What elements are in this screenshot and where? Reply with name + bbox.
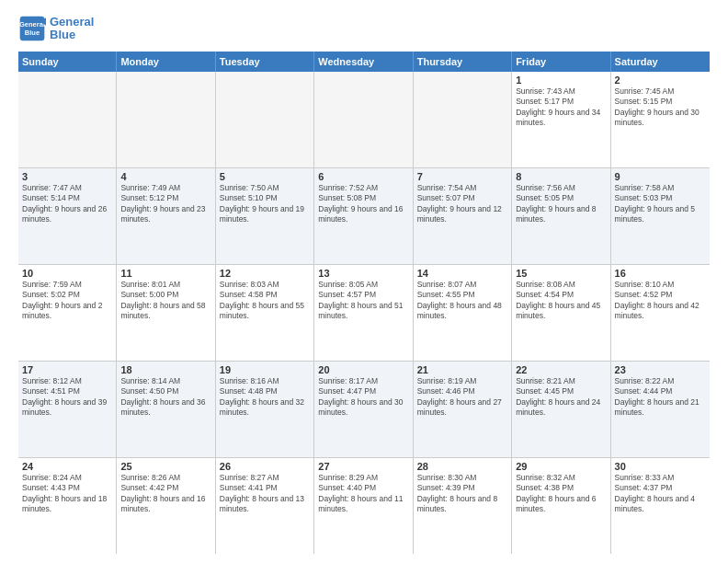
day-info: Sunrise: 8:33 AM Sunset: 4:37 PM Dayligh… xyxy=(615,473,706,515)
calendar-row-1: 1Sunrise: 7:43 AM Sunset: 5:17 PM Daylig… xyxy=(18,72,710,168)
logo-text: General Blue xyxy=(50,16,94,42)
day-info: Sunrise: 8:24 AM Sunset: 4:43 PM Dayligh… xyxy=(22,473,112,515)
day-cell-2: 2Sunrise: 7:45 AM Sunset: 5:15 PM Daylig… xyxy=(611,72,710,167)
calendar-row-3: 10Sunrise: 7:59 AM Sunset: 5:02 PM Dayli… xyxy=(18,265,710,362)
day-cell-10: 10Sunrise: 7:59 AM Sunset: 5:02 PM Dayli… xyxy=(18,265,117,361)
header-day-friday: Friday xyxy=(512,52,610,72)
day-number: 10 xyxy=(22,268,112,279)
day-number: 15 xyxy=(516,268,606,279)
day-cell-18: 18Sunrise: 8:14 AM Sunset: 4:50 PM Dayli… xyxy=(117,362,215,457)
day-cell-29: 29Sunrise: 8:32 AM Sunset: 4:38 PM Dayli… xyxy=(512,458,610,554)
calendar-row-5: 24Sunrise: 8:24 AM Sunset: 4:43 PM Dayli… xyxy=(18,458,710,554)
empty-cell xyxy=(314,72,413,167)
day-number: 3 xyxy=(22,171,112,182)
day-number: 2 xyxy=(615,75,706,86)
day-number: 16 xyxy=(615,268,706,279)
day-cell-21: 21Sunrise: 8:19 AM Sunset: 4:46 PM Dayli… xyxy=(414,362,512,457)
day-cell-3: 3Sunrise: 7:47 AM Sunset: 5:14 PM Daylig… xyxy=(18,168,117,264)
header: General Blue General Blue xyxy=(18,15,710,42)
page: General Blue General Blue SundayMondayTu… xyxy=(0,0,728,563)
day-info: Sunrise: 8:03 AM Sunset: 4:58 PM Dayligh… xyxy=(220,280,310,322)
day-number: 12 xyxy=(220,268,310,279)
calendar-header: SundayMondayTuesdayWednesdayThursdayFrid… xyxy=(18,52,710,72)
calendar-row-2: 3Sunrise: 7:47 AM Sunset: 5:14 PM Daylig… xyxy=(18,168,710,265)
day-cell-1: 1Sunrise: 7:43 AM Sunset: 5:17 PM Daylig… xyxy=(512,72,610,167)
calendar-row-4: 17Sunrise: 8:12 AM Sunset: 4:51 PM Dayli… xyxy=(18,362,710,458)
day-info: Sunrise: 8:10 AM Sunset: 4:52 PM Dayligh… xyxy=(615,280,706,322)
header-day-tuesday: Tuesday xyxy=(216,52,314,72)
day-info: Sunrise: 7:59 AM Sunset: 5:02 PM Dayligh… xyxy=(22,280,112,322)
day-info: Sunrise: 7:52 AM Sunset: 5:08 PM Dayligh… xyxy=(318,183,408,225)
logo: General Blue General Blue xyxy=(18,15,94,42)
empty-cell xyxy=(414,72,512,167)
day-info: Sunrise: 8:26 AM Sunset: 4:42 PM Dayligh… xyxy=(120,473,210,515)
day-cell-12: 12Sunrise: 8:03 AM Sunset: 4:58 PM Dayli… xyxy=(216,265,314,361)
svg-text:Blue: Blue xyxy=(25,29,40,37)
day-number: 14 xyxy=(417,268,507,279)
day-cell-22: 22Sunrise: 8:21 AM Sunset: 4:45 PM Dayli… xyxy=(512,362,610,457)
day-number: 17 xyxy=(22,364,112,375)
day-info: Sunrise: 8:27 AM Sunset: 4:41 PM Dayligh… xyxy=(220,473,310,515)
day-number: 25 xyxy=(120,461,210,472)
day-cell-5: 5Sunrise: 7:50 AM Sunset: 5:10 PM Daylig… xyxy=(216,168,314,264)
day-cell-9: 9Sunrise: 7:58 AM Sunset: 5:03 PM Daylig… xyxy=(611,168,710,264)
empty-cell xyxy=(117,72,215,167)
day-number: 26 xyxy=(220,461,310,472)
day-info: Sunrise: 8:08 AM Sunset: 4:54 PM Dayligh… xyxy=(516,280,606,322)
header-day-saturday: Saturday xyxy=(611,52,710,72)
day-cell-11: 11Sunrise: 8:01 AM Sunset: 5:00 PM Dayli… xyxy=(117,265,215,361)
day-number: 23 xyxy=(615,364,706,375)
day-number: 19 xyxy=(220,364,310,375)
day-info: Sunrise: 8:19 AM Sunset: 4:46 PM Dayligh… xyxy=(417,376,507,419)
day-number: 21 xyxy=(417,364,507,375)
day-cell-26: 26Sunrise: 8:27 AM Sunset: 4:41 PM Dayli… xyxy=(216,458,314,554)
day-info: Sunrise: 7:47 AM Sunset: 5:14 PM Dayligh… xyxy=(22,183,112,225)
day-cell-7: 7Sunrise: 7:54 AM Sunset: 5:07 PM Daylig… xyxy=(414,168,512,264)
day-info: Sunrise: 8:21 AM Sunset: 4:45 PM Dayligh… xyxy=(516,376,606,419)
day-cell-20: 20Sunrise: 8:17 AM Sunset: 4:47 PM Dayli… xyxy=(314,362,413,457)
day-number: 18 xyxy=(120,364,210,375)
day-info: Sunrise: 8:17 AM Sunset: 4:47 PM Dayligh… xyxy=(318,376,408,419)
header-day-sunday: Sunday xyxy=(18,52,117,72)
day-info: Sunrise: 8:16 AM Sunset: 4:48 PM Dayligh… xyxy=(220,376,310,419)
day-info: Sunrise: 8:12 AM Sunset: 4:51 PM Dayligh… xyxy=(22,376,112,419)
day-info: Sunrise: 8:32 AM Sunset: 4:38 PM Dayligh… xyxy=(516,473,606,515)
day-cell-16: 16Sunrise: 8:10 AM Sunset: 4:52 PM Dayli… xyxy=(611,265,710,361)
day-cell-4: 4Sunrise: 7:49 AM Sunset: 5:12 PM Daylig… xyxy=(117,168,215,264)
header-day-monday: Monday xyxy=(117,52,215,72)
calendar-body: 1Sunrise: 7:43 AM Sunset: 5:17 PM Daylig… xyxy=(18,72,710,554)
day-cell-27: 27Sunrise: 8:29 AM Sunset: 4:40 PM Dayli… xyxy=(314,458,413,554)
day-info: Sunrise: 7:45 AM Sunset: 5:15 PM Dayligh… xyxy=(615,86,706,129)
day-number: 8 xyxy=(516,171,606,182)
day-number: 6 xyxy=(318,171,408,182)
empty-cell xyxy=(18,72,117,167)
day-cell-23: 23Sunrise: 8:22 AM Sunset: 4:44 PM Dayli… xyxy=(611,362,710,457)
day-number: 22 xyxy=(516,364,606,375)
day-number: 4 xyxy=(120,171,210,182)
day-cell-28: 28Sunrise: 8:30 AM Sunset: 4:39 PM Dayli… xyxy=(414,458,512,554)
day-number: 13 xyxy=(318,268,408,279)
day-number: 29 xyxy=(516,461,606,472)
day-info: Sunrise: 7:58 AM Sunset: 5:03 PM Dayligh… xyxy=(615,183,706,225)
day-info: Sunrise: 8:14 AM Sunset: 4:50 PM Dayligh… xyxy=(120,376,210,419)
day-info: Sunrise: 7:54 AM Sunset: 5:07 PM Dayligh… xyxy=(417,183,507,225)
empty-cell xyxy=(216,72,314,167)
header-day-thursday: Thursday xyxy=(414,52,512,72)
day-number: 24 xyxy=(22,461,112,472)
day-cell-13: 13Sunrise: 8:05 AM Sunset: 4:57 PM Dayli… xyxy=(314,265,413,361)
day-number: 1 xyxy=(516,75,606,86)
day-cell-8: 8Sunrise: 7:56 AM Sunset: 5:05 PM Daylig… xyxy=(512,168,610,264)
day-number: 28 xyxy=(417,461,507,472)
day-cell-30: 30Sunrise: 8:33 AM Sunset: 4:37 PM Dayli… xyxy=(611,458,710,554)
day-cell-17: 17Sunrise: 8:12 AM Sunset: 4:51 PM Dayli… xyxy=(18,362,117,457)
day-info: Sunrise: 8:05 AM Sunset: 4:57 PM Dayligh… xyxy=(318,280,408,322)
day-cell-24: 24Sunrise: 8:24 AM Sunset: 4:43 PM Dayli… xyxy=(18,458,117,554)
day-number: 30 xyxy=(615,461,706,472)
day-info: Sunrise: 7:50 AM Sunset: 5:10 PM Dayligh… xyxy=(220,183,310,225)
day-number: 7 xyxy=(417,171,507,182)
day-number: 9 xyxy=(615,171,706,182)
calendar: SundayMondayTuesdayWednesdayThursdayFrid… xyxy=(18,52,710,554)
day-info: Sunrise: 8:30 AM Sunset: 4:39 PM Dayligh… xyxy=(417,473,507,515)
day-cell-25: 25Sunrise: 8:26 AM Sunset: 4:42 PM Dayli… xyxy=(117,458,215,554)
day-cell-15: 15Sunrise: 8:08 AM Sunset: 4:54 PM Dayli… xyxy=(512,265,610,361)
